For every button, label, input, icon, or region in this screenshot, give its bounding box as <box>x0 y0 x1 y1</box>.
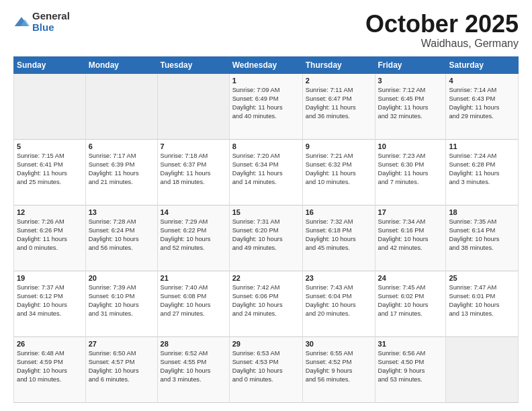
day-info: Sunrise: 7:45 AM Sunset: 6:02 PM Dayligh… <box>378 283 443 318</box>
day-cell: 25Sunrise: 7:47 AM Sunset: 6:01 PM Dayli… <box>446 271 519 336</box>
day-info: Sunrise: 7:32 AM Sunset: 6:18 PM Dayligh… <box>306 218 372 253</box>
day-info: Sunrise: 7:37 AM Sunset: 6:12 PM Dayligh… <box>17 283 83 318</box>
day-info: Sunrise: 7:17 AM Sunset: 6:39 PM Dayligh… <box>89 152 154 187</box>
day-info: Sunrise: 7:12 AM Sunset: 6:45 PM Dayligh… <box>378 86 443 121</box>
day-info: Sunrise: 6:52 AM Sunset: 4:55 PM Dayligh… <box>161 349 226 384</box>
day-cell: 19Sunrise: 7:37 AM Sunset: 6:12 PM Dayli… <box>14 271 86 336</box>
day-number: 16 <box>306 208 372 216</box>
day-number: 19 <box>17 274 83 282</box>
day-info: Sunrise: 7:15 AM Sunset: 6:41 PM Dayligh… <box>17 152 83 187</box>
header-wednesday: Wednesday <box>229 56 302 73</box>
day-number: 8 <box>232 142 300 150</box>
day-number: 20 <box>89 274 154 282</box>
day-cell: 17Sunrise: 7:34 AM Sunset: 6:16 PM Dayli… <box>375 205 446 271</box>
day-number: 17 <box>378 208 443 216</box>
header-saturday: Saturday <box>446 56 519 73</box>
day-number: 27 <box>89 340 154 348</box>
day-info: Sunrise: 7:34 AM Sunset: 6:16 PM Dayligh… <box>378 218 443 253</box>
day-info: Sunrise: 7:23 AM Sunset: 6:30 PM Dayligh… <box>378 152 443 187</box>
day-cell: 21Sunrise: 7:40 AM Sunset: 6:08 PM Dayli… <box>157 271 229 336</box>
day-cell: 12Sunrise: 7:26 AM Sunset: 6:26 PM Dayli… <box>14 205 86 271</box>
day-info: Sunrise: 7:24 AM Sunset: 6:28 PM Dayligh… <box>449 152 515 187</box>
day-cell: 31Sunrise: 6:56 AM Sunset: 4:50 PM Dayli… <box>375 336 446 402</box>
week-row-1: 1Sunrise: 7:09 AM Sunset: 6:49 PM Daylig… <box>14 73 519 139</box>
day-cell: 2Sunrise: 7:11 AM Sunset: 6:47 PM Daylig… <box>302 73 375 139</box>
day-cell: 29Sunrise: 6:53 AM Sunset: 4:53 PM Dayli… <box>229 336 302 402</box>
week-row-3: 12Sunrise: 7:26 AM Sunset: 6:26 PM Dayli… <box>14 205 519 271</box>
day-number: 1 <box>232 77 300 85</box>
day-number: 10 <box>378 142 443 150</box>
day-cell: 7Sunrise: 7:18 AM Sunset: 6:37 PM Daylig… <box>157 139 229 205</box>
day-info: Sunrise: 6:50 AM Sunset: 4:57 PM Dayligh… <box>89 349 154 384</box>
header-friday: Friday <box>375 56 446 73</box>
day-number: 21 <box>161 274 226 282</box>
day-cell: 3Sunrise: 7:12 AM Sunset: 6:45 PM Daylig… <box>375 73 446 139</box>
calendar-table: SundayMondayTuesdayWednesdayThursdayFrid… <box>13 56 519 403</box>
day-info: Sunrise: 7:42 AM Sunset: 6:06 PM Dayligh… <box>232 283 300 318</box>
title-block: October 2025 Waidhaus, Germany <box>365 11 519 50</box>
day-info: Sunrise: 7:18 AM Sunset: 6:37 PM Dayligh… <box>161 152 226 187</box>
day-number: 26 <box>17 340 83 348</box>
day-info: Sunrise: 7:11 AM Sunset: 6:47 PM Dayligh… <box>306 86 372 121</box>
day-info: Sunrise: 7:39 AM Sunset: 6:10 PM Dayligh… <box>89 283 154 318</box>
logo-icon <box>13 15 30 29</box>
day-info: Sunrise: 7:21 AM Sunset: 6:32 PM Dayligh… <box>306 152 372 187</box>
day-number: 9 <box>306 142 372 150</box>
logo: General Blue <box>13 11 70 33</box>
day-number: 14 <box>161 208 226 216</box>
day-number: 6 <box>89 142 154 150</box>
week-row-4: 19Sunrise: 7:37 AM Sunset: 6:12 PM Dayli… <box>14 271 519 336</box>
day-cell <box>14 73 86 139</box>
day-number: 4 <box>449 77 515 85</box>
day-cell: 15Sunrise: 7:31 AM Sunset: 6:20 PM Dayli… <box>229 205 302 271</box>
day-info: Sunrise: 7:31 AM Sunset: 6:20 PM Dayligh… <box>232 218 300 253</box>
day-cell: 14Sunrise: 7:29 AM Sunset: 6:22 PM Dayli… <box>157 205 229 271</box>
day-cell: 24Sunrise: 7:45 AM Sunset: 6:02 PM Dayli… <box>375 271 446 336</box>
day-info: Sunrise: 7:29 AM Sunset: 6:22 PM Dayligh… <box>161 218 226 253</box>
day-number: 13 <box>89 208 154 216</box>
day-info: Sunrise: 6:53 AM Sunset: 4:53 PM Dayligh… <box>232 349 300 384</box>
day-cell: 26Sunrise: 6:48 AM Sunset: 4:59 PM Dayli… <box>14 336 86 402</box>
day-info: Sunrise: 7:09 AM Sunset: 6:49 PM Dayligh… <box>232 86 300 121</box>
week-row-5: 26Sunrise: 6:48 AM Sunset: 4:59 PM Dayli… <box>14 336 519 402</box>
week-row-2: 5Sunrise: 7:15 AM Sunset: 6:41 PM Daylig… <box>14 139 519 205</box>
day-number: 23 <box>306 274 372 282</box>
day-number: 11 <box>449 142 515 150</box>
day-number: 3 <box>378 77 443 85</box>
day-info: Sunrise: 7:47 AM Sunset: 6:01 PM Dayligh… <box>449 283 515 318</box>
day-cell: 30Sunrise: 6:55 AM Sunset: 4:52 PM Dayli… <box>302 336 375 402</box>
header-tuesday: Tuesday <box>157 56 229 73</box>
day-cell <box>85 73 157 139</box>
header-sunday: Sunday <box>14 56 86 73</box>
day-cell <box>446 336 519 402</box>
header-monday: Monday <box>85 56 157 73</box>
day-cell: 13Sunrise: 7:28 AM Sunset: 6:24 PM Dayli… <box>85 205 157 271</box>
day-number: 28 <box>161 340 226 348</box>
day-number: 30 <box>306 340 372 348</box>
day-cell: 4Sunrise: 7:14 AM Sunset: 6:43 PM Daylig… <box>446 73 519 139</box>
calendar-page: General Blue October 2025 Waidhaus, Germ… <box>0 0 532 411</box>
day-number: 18 <box>449 208 515 216</box>
day-number: 29 <box>232 340 300 348</box>
day-cell <box>157 73 229 139</box>
day-cell: 9Sunrise: 7:21 AM Sunset: 6:32 PM Daylig… <box>302 139 375 205</box>
day-number: 31 <box>378 340 443 348</box>
day-cell: 8Sunrise: 7:20 AM Sunset: 6:34 PM Daylig… <box>229 139 302 205</box>
day-cell: 18Sunrise: 7:35 AM Sunset: 6:14 PM Dayli… <box>446 205 519 271</box>
calendar-subtitle: Waidhaus, Germany <box>365 38 519 50</box>
day-info: Sunrise: 6:56 AM Sunset: 4:50 PM Dayligh… <box>378 349 443 384</box>
day-cell: 1Sunrise: 7:09 AM Sunset: 6:49 PM Daylig… <box>229 73 302 139</box>
day-number: 25 <box>449 274 515 282</box>
day-cell: 10Sunrise: 7:23 AM Sunset: 6:30 PM Dayli… <box>375 139 446 205</box>
day-info: Sunrise: 7:14 AM Sunset: 6:43 PM Dayligh… <box>449 86 515 121</box>
day-info: Sunrise: 7:35 AM Sunset: 6:14 PM Dayligh… <box>449 218 515 253</box>
day-number: 12 <box>17 208 83 216</box>
day-info: Sunrise: 6:55 AM Sunset: 4:52 PM Dayligh… <box>306 349 372 384</box>
day-number: 5 <box>17 142 83 150</box>
day-info: Sunrise: 7:43 AM Sunset: 6:04 PM Dayligh… <box>306 283 372 318</box>
header: General Blue October 2025 Waidhaus, Germ… <box>13 11 519 50</box>
day-info: Sunrise: 7:20 AM Sunset: 6:34 PM Dayligh… <box>232 152 300 187</box>
day-cell: 22Sunrise: 7:42 AM Sunset: 6:06 PM Dayli… <box>229 271 302 336</box>
header-thursday: Thursday <box>302 56 375 73</box>
day-number: 15 <box>232 208 300 216</box>
